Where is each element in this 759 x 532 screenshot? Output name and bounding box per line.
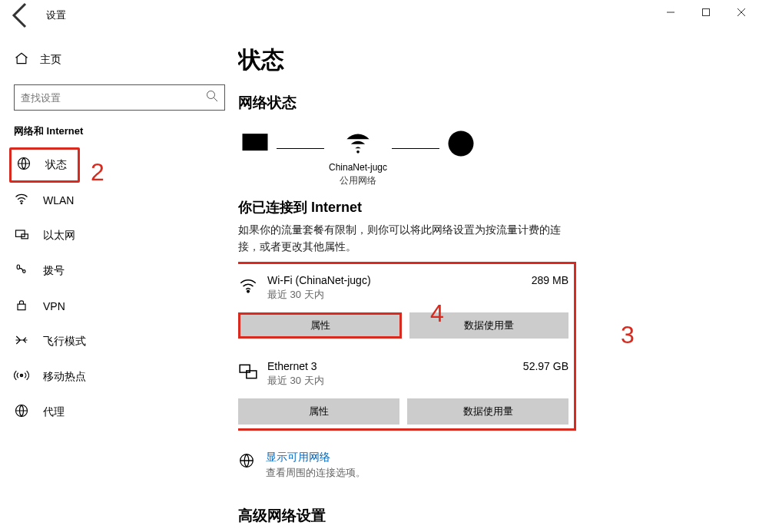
sidebar-item-dialup[interactable]: 拨号 <box>14 253 238 289</box>
sidebar-item-label: VPN <box>43 300 65 312</box>
search-input[interactable] <box>21 92 206 104</box>
sidebar-item-label: 移动热点 <box>43 370 86 384</box>
properties-button[interactable]: 属性 <box>238 398 399 425</box>
minimize-button[interactable] <box>653 0 688 25</box>
sidebar-item-wlan[interactable]: WLAN <box>14 183 238 218</box>
network-period: 最近 30 天内 <box>267 374 324 388</box>
networks-block: Wi-Fi (ChinaNet-jugc) 最近 30 天内 289 MB 属性… <box>238 263 568 425</box>
svg-rect-10 <box>18 304 25 310</box>
sidebar-item-vpn[interactable]: VPN <box>14 289 238 324</box>
ethernet-icon <box>238 362 258 385</box>
titlebar: 设置 <box>0 0 759 31</box>
network-usage: 52.97 GB <box>523 360 568 372</box>
show-networks-sub: 查看周围的连接选项。 <box>266 466 366 480</box>
network-status-title: 网络状态 <box>238 93 736 113</box>
sidebar: 主页 网络和 Internet 状态 WLAN 以太网 <box>0 31 238 532</box>
sidebar-item-label: 飞行模式 <box>43 335 86 349</box>
category-title: 网络和 Internet <box>14 124 238 138</box>
network-usage: 289 MB <box>532 274 568 286</box>
vpn-icon <box>14 297 29 316</box>
connected-desc: 如果你的流量套餐有限制，则你可以将此网络设置为按流量计费的连接，或者更改其他属性… <box>238 221 561 256</box>
network-name: Ethernet 3 <box>267 360 324 372</box>
home-label: 主页 <box>40 53 61 67</box>
globe-icon <box>238 452 255 472</box>
svg-point-15 <box>356 150 360 154</box>
advanced-heading: 高级网络设置 <box>238 506 736 526</box>
svg-rect-13 <box>243 134 268 150</box>
annotation-2: 2 <box>91 158 104 187</box>
sidebar-item-label: WLAN <box>43 194 74 207</box>
sidebar-item-proxy[interactable]: 代理 <box>14 395 238 430</box>
svg-point-4 <box>207 91 215 99</box>
sidebar-item-hotspot[interactable]: 移动热点 <box>14 359 238 395</box>
home-icon <box>14 51 29 69</box>
annotation-3: 3 <box>621 321 635 349</box>
hotspot-icon <box>14 368 29 386</box>
sidebar-item-label: 拨号 <box>43 264 65 278</box>
window-controls <box>653 0 759 25</box>
search-icon <box>206 90 218 105</box>
network-card-ethernet: Ethernet 3 最近 30 天内 52.97 GB 属性 数据使用量 <box>238 339 568 425</box>
show-networks-title: 显示可用网络 <box>266 451 366 464</box>
sidebar-item-status[interactable]: 状态 <box>9 147 80 183</box>
sidebar-item-airplane[interactable]: 飞行模式 <box>14 324 238 359</box>
page-title: 状态 <box>238 45 736 76</box>
wifi-icon <box>14 191 29 210</box>
properties-button[interactable]: 属性 <box>238 312 402 339</box>
network-card-wifi: Wi-Fi (ChinaNet-jugc) 最近 30 天内 289 MB 属性… <box>238 263 568 339</box>
sidebar-item-label: 状态 <box>45 158 67 172</box>
airplane-icon <box>14 332 29 351</box>
maximize-button[interactable] <box>688 0 724 25</box>
svg-line-5 <box>214 98 218 102</box>
home-nav[interactable]: 主页 <box>14 46 238 74</box>
search-box[interactable] <box>14 84 225 111</box>
diagram-wifi-name: ChinaNet-jugc <box>329 162 387 174</box>
close-button[interactable] <box>724 0 759 25</box>
diagram-wifi-type: 公用网络 <box>340 174 376 187</box>
dialup-icon <box>14 262 29 280</box>
proxy-icon <box>14 403 29 421</box>
network-name: Wi-Fi (ChinaNet-jugc) <box>267 274 371 286</box>
network-period: 最近 30 天内 <box>267 288 371 302</box>
content-pane: 状态 网络状态 ChinaNet-jugc 公用网络 你已连接到 Interne… <box>238 31 759 532</box>
sidebar-item-ethernet[interactable]: 以太网 <box>14 218 238 253</box>
svg-point-7 <box>21 203 22 204</box>
back-button[interactable] <box>6 0 37 31</box>
sidebar-item-label: 代理 <box>43 405 65 419</box>
ethernet-icon <box>14 226 29 245</box>
status-icon <box>16 156 31 174</box>
network-diagram: ChinaNet-jugc 公用网络 <box>238 125 736 187</box>
wifi-icon <box>238 276 258 299</box>
diagram-globe-icon <box>444 127 478 187</box>
svg-rect-8 <box>16 230 25 236</box>
show-available-networks[interactable]: 显示可用网络 查看周围的连接选项。 <box>238 451 736 480</box>
window-title: 设置 <box>46 8 66 22</box>
sidebar-item-label: 以太网 <box>43 229 75 243</box>
connected-heading: 你已连接到 Internet <box>238 198 736 216</box>
svg-point-11 <box>20 374 22 376</box>
svg-rect-1 <box>703 9 710 16</box>
annotation-4: 4 <box>430 299 444 328</box>
diagram-pc-icon <box>238 127 272 187</box>
svg-point-17 <box>247 290 250 292</box>
data-usage-button[interactable]: 数据使用量 <box>407 398 568 425</box>
diagram-wifi-icon: ChinaNet-jugc 公用网络 <box>329 125 387 187</box>
